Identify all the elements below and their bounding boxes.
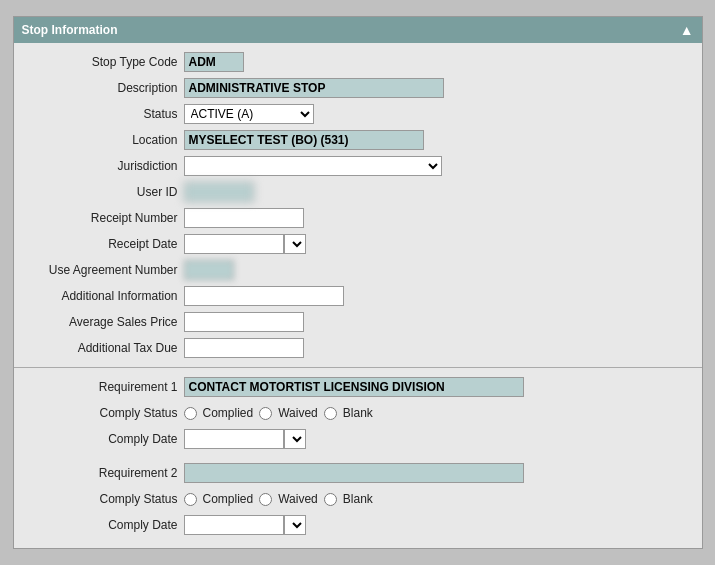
- receipt-number-label: Receipt Number: [14, 211, 184, 225]
- status-control: ACTIVE (A): [184, 104, 314, 124]
- comply-date2-label: Comply Date: [14, 518, 184, 532]
- requirement2-row: Requirement 2: [14, 462, 702, 484]
- comply-status2-blank-label: Blank: [343, 492, 373, 506]
- comply-date2-control: ▼: [184, 515, 306, 535]
- status-row: Status ACTIVE (A): [14, 103, 702, 125]
- comply-status2-control: Complied Waived Blank: [184, 492, 373, 506]
- requirement2-value: [184, 463, 524, 483]
- comply-status2-complied-label: Complied: [203, 492, 254, 506]
- avg-sales-price-input[interactable]: [184, 312, 304, 332]
- panel-title: Stop Information: [22, 23, 118, 37]
- comply-status2-waived-label: Waived: [278, 492, 318, 506]
- description-value: ADMINISTRATIVE STOP: [184, 78, 444, 98]
- user-id-row: User ID: [14, 181, 702, 203]
- user-id-value: [184, 182, 254, 202]
- avg-sales-price-label: Average Sales Price: [14, 315, 184, 329]
- comply-date1-row: Comply Date ▼: [14, 428, 702, 450]
- additional-tax-control: [184, 338, 304, 358]
- comply-status1-complied-label: Complied: [203, 406, 254, 420]
- panel-body: Stop Type Code ADM Description ADMINISTR…: [14, 43, 702, 548]
- additional-tax-input[interactable]: [184, 338, 304, 358]
- stop-type-code-label: Stop Type Code: [14, 55, 184, 69]
- receipt-date-picker[interactable]: ▼: [284, 234, 306, 254]
- comply-date2-picker[interactable]: ▼: [284, 515, 306, 535]
- use-agreement-control: [184, 260, 234, 280]
- additional-tax-row: Additional Tax Due: [14, 337, 702, 359]
- requirement1-label: Requirement 1: [14, 380, 184, 394]
- requirement1-value: CONTACT MOTORTIST LICENSING DIVISION: [184, 377, 524, 397]
- comply-date2-row: Comply Date ▼: [14, 514, 702, 536]
- comply-status2-radio-group: Complied Waived Blank: [184, 492, 373, 506]
- comply-status1-waived-radio[interactable]: [259, 407, 272, 420]
- jurisdiction-control: [184, 156, 442, 176]
- avg-sales-price-row: Average Sales Price: [14, 311, 702, 333]
- receipt-number-control: [184, 208, 304, 228]
- collapse-icon[interactable]: ▲: [680, 22, 694, 38]
- description-label: Description: [14, 81, 184, 95]
- receipt-date-label: Receipt Date: [14, 237, 184, 251]
- receipt-date-input[interactable]: [184, 234, 284, 254]
- requirement2-label: Requirement 2: [14, 466, 184, 480]
- panel-header: Stop Information ▲: [14, 17, 702, 43]
- avg-sales-price-control: [184, 312, 304, 332]
- comply-status1-row: Comply Status Complied Waived Blank: [14, 402, 702, 424]
- jurisdiction-row: Jurisdiction: [14, 155, 702, 177]
- stop-type-code-value: ADM: [184, 52, 244, 72]
- comply-status2-label: Comply Status: [14, 492, 184, 506]
- jurisdiction-label: Jurisdiction: [14, 159, 184, 173]
- receipt-date-row: Receipt Date ▼: [14, 233, 702, 255]
- comply-status1-radio-group: Complied Waived Blank: [184, 406, 373, 420]
- stop-type-code-control: ADM: [184, 52, 244, 72]
- additional-info-row: Additional Information: [14, 285, 702, 307]
- comply-date1-input[interactable]: [184, 429, 284, 449]
- location-row: Location MYSELECT TEST (BO) (531): [14, 129, 702, 151]
- comply-status2-complied-radio[interactable]: [184, 493, 197, 506]
- jurisdiction-select[interactable]: [184, 156, 442, 176]
- additional-tax-label: Additional Tax Due: [14, 341, 184, 355]
- requirement1-control: CONTACT MOTORTIST LICENSING DIVISION: [184, 377, 524, 397]
- comply-date2-input[interactable]: [184, 515, 284, 535]
- comply-date1-label: Comply Date: [14, 432, 184, 446]
- status-select[interactable]: ACTIVE (A): [184, 104, 314, 124]
- comply-status2-waived-radio[interactable]: [259, 493, 272, 506]
- use-agreement-row: Use Agreement Number: [14, 259, 702, 281]
- description-row: Description ADMINISTRATIVE STOP: [14, 77, 702, 99]
- location-control: MYSELECT TEST (BO) (531): [184, 130, 424, 150]
- comply-date1-control: ▼: [184, 429, 306, 449]
- use-agreement-value: [184, 260, 234, 280]
- comply-status1-waived-label: Waived: [278, 406, 318, 420]
- user-id-label: User ID: [14, 185, 184, 199]
- additional-info-control: [184, 286, 344, 306]
- comply-status1-blank-label: Blank: [343, 406, 373, 420]
- comply-status1-complied-radio[interactable]: [184, 407, 197, 420]
- location-value: MYSELECT TEST (BO) (531): [184, 130, 424, 150]
- comply-date1-picker[interactable]: ▼: [284, 429, 306, 449]
- comply-status2-blank-radio[interactable]: [324, 493, 337, 506]
- additional-info-label: Additional Information: [14, 289, 184, 303]
- additional-info-input[interactable]: [184, 286, 344, 306]
- user-id-control: [184, 182, 254, 202]
- status-label: Status: [14, 107, 184, 121]
- requirement2-control: [184, 463, 524, 483]
- stop-information-panel: Stop Information ▲ Stop Type Code ADM De…: [13, 16, 703, 549]
- receipt-date-control: ▼: [184, 234, 306, 254]
- requirement1-row: Requirement 1 CONTACT MOTORTIST LICENSIN…: [14, 376, 702, 398]
- comply-status2-row: Comply Status Complied Waived Blank: [14, 488, 702, 510]
- comply-status1-control: Complied Waived Blank: [184, 406, 373, 420]
- receipt-number-input[interactable]: [184, 208, 304, 228]
- comply-status1-blank-radio[interactable]: [324, 407, 337, 420]
- description-control: ADMINISTRATIVE STOP: [184, 78, 444, 98]
- receipt-number-row: Receipt Number: [14, 207, 702, 229]
- stop-type-code-row: Stop Type Code ADM: [14, 51, 702, 73]
- location-label: Location: [14, 133, 184, 147]
- comply-status1-label: Comply Status: [14, 406, 184, 420]
- use-agreement-label: Use Agreement Number: [14, 263, 184, 277]
